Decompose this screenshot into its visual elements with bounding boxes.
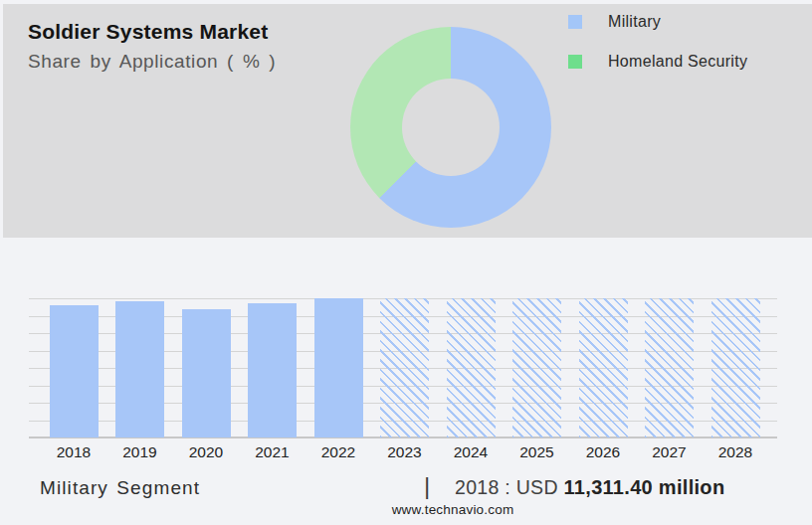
market-value-caption: 2018 : USD 11,311.40 million (455, 476, 724, 499)
x-tick-label-2026: 2026 (570, 443, 636, 461)
website-url: www.technavio.com (0, 502, 812, 517)
share-by-application-panel: Soldier Systems Market Share by Applicat… (3, 4, 812, 238)
x-tick-label-2023: 2023 (372, 443, 438, 461)
value-bold: 11,311.40 million (564, 476, 725, 498)
legend-item-homeland-security: Homeland Security (568, 54, 747, 70)
donut-chart (350, 27, 551, 228)
x-axis-labels: 2018201920202021202220232024202520262027… (29, 443, 777, 461)
donut-hole (402, 79, 500, 176)
bar-2019 (115, 301, 164, 438)
x-tick-label-2020: 2020 (173, 443, 239, 461)
x-tick-label-2024: 2024 (438, 443, 504, 461)
segment-caption: Military Segment (40, 477, 200, 499)
page-title: Soldier Systems Market (28, 20, 276, 44)
homeland-security-swatch-icon (568, 55, 582, 69)
caption-separator: | (424, 472, 430, 500)
x-tick-label-2019: 2019 (107, 443, 173, 461)
bar-forecast-2024 (447, 298, 496, 438)
x-tick-label-2028: 2028 (703, 443, 768, 461)
x-tick-label-2021: 2021 (240, 443, 305, 461)
bar-2018 (50, 305, 99, 438)
military-segment-panel: 2018201920202021202220232024202520262027… (0, 238, 812, 525)
bar-2020 (182, 309, 231, 438)
bar-2022 (314, 298, 363, 438)
x-tick-label-2025: 2025 (505, 443, 570, 461)
page-subtitle: Share by Application ( % ) (28, 51, 276, 73)
bar-forecast-2028 (711, 298, 760, 438)
bar-forecast-2025 (512, 298, 561, 438)
military-swatch-icon (568, 15, 582, 29)
bar-forecast-2023 (380, 298, 429, 438)
legend-label-homeland-security: Homeland Security (608, 53, 747, 71)
value-prefix: 2018 : USD (455, 476, 564, 498)
x-tick-label-2027: 2027 (637, 443, 703, 461)
legend-label-military: Military (608, 13, 661, 31)
infographic-root: { "header": { "title": "Soldier Systems … (0, 0, 812, 525)
bar-forecast-2026 (579, 298, 628, 438)
legend-item-military: Military (568, 14, 747, 30)
x-tick-label-2022: 2022 (305, 443, 371, 461)
bar-forecast-2027 (645, 298, 694, 438)
donut-legend: Military Homeland Security (568, 14, 747, 93)
x-tick-label-2018: 2018 (41, 443, 106, 461)
header: Soldier Systems Market Share by Applicat… (28, 20, 276, 73)
bar-2021 (248, 303, 297, 438)
bar-chart-plot-area (29, 298, 777, 438)
